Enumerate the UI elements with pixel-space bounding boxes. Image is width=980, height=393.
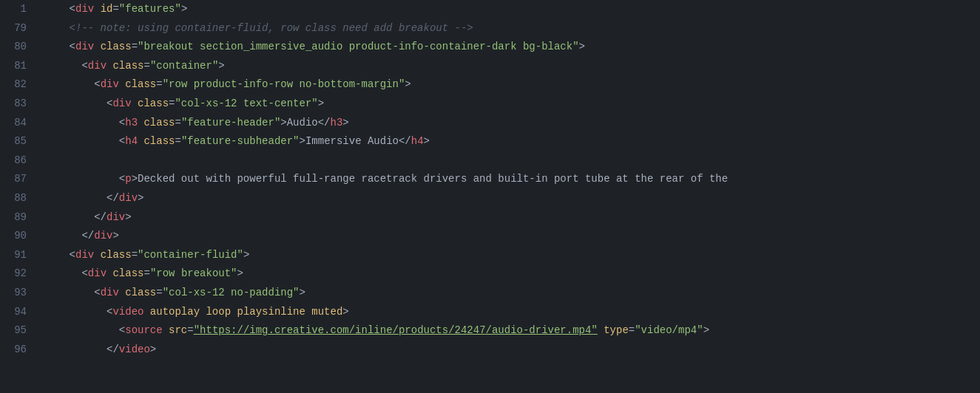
line-number: 80 — [6, 38, 27, 57]
attr-name-token: id — [101, 3, 113, 15]
attr-value-token: "row product-info-row no-bottom-margin" — [163, 78, 405, 90]
code-line: <p>Decked out with powerful full-range r… — [38, 170, 980, 189]
tag-bracket-token: < — [70, 41, 75, 52]
tag-bracket-token: > — [150, 344, 156, 355]
plain-token: = — [112, 3, 118, 15]
line-number: 90 — [6, 227, 27, 246]
code-line: </div> — [38, 208, 980, 228]
tag-token: div — [107, 211, 125, 223]
tag-bracket-token: > — [579, 41, 585, 52]
line-number: 92 — [6, 264, 27, 284]
plain-token: = — [156, 287, 162, 298]
attr-name-token: playsinline — [237, 306, 305, 318]
tag-bracket-token: </ — [81, 230, 94, 242]
tag-bracket-token: > — [405, 78, 410, 90]
plain-token — [119, 78, 125, 90]
plain-token — [119, 287, 125, 298]
tag-bracket-token: </ — [107, 344, 119, 355]
line-number: 82 — [6, 75, 27, 95]
code-line: <div class="breakout section_immersive_a… — [38, 38, 980, 57]
line-number: 89 — [6, 208, 27, 228]
tag-token: div — [101, 78, 119, 90]
text-content-token: Decked out with powerful full-range race… — [138, 173, 728, 185]
plain-token — [132, 98, 138, 109]
plain-token — [44, 344, 107, 355]
line-number: 84 — [6, 114, 27, 133]
plain-token — [44, 98, 107, 109]
attr-name-token: class — [143, 117, 175, 129]
line-number: 83 — [6, 95, 27, 114]
tag-bracket-token: > — [218, 60, 224, 72]
tag-bracket-token: < — [94, 78, 100, 90]
plain-token — [44, 60, 81, 72]
attr-name-token: class — [125, 287, 156, 298]
line-number: 94 — [6, 303, 27, 322]
tag-bracket-token: < — [119, 135, 125, 147]
attr-value-token: "container-fluid" — [138, 249, 243, 261]
code-line: <h4 class="feature-subheader">Immersive … — [38, 132, 980, 151]
tag-token: div — [75, 41, 94, 52]
tag-bracket-token: > — [280, 117, 286, 129]
plain-token — [163, 324, 169, 336]
attr-value-token: "video/mp4" — [635, 324, 703, 336]
plain-token — [44, 211, 94, 223]
attr-value-token: "features" — [119, 3, 181, 15]
attr-name-token: class — [112, 267, 143, 279]
attr-value-token: "breakout section_immersive_audio produc… — [138, 41, 579, 52]
tag-token: h3 — [331, 117, 343, 129]
line-number: 85 — [6, 132, 27, 151]
tag-bracket-token: > — [243, 249, 249, 261]
line-number: 93 — [6, 284, 27, 303]
code-editor: 1798081828384858687888990919293949596 <d… — [0, 0, 980, 393]
plain-token — [44, 192, 107, 204]
code-line: <div class="row breakout"> — [38, 264, 980, 284]
code-line: <source src="https://img.creative.com/in… — [38, 321, 980, 341]
code-line: <!-- note: using container-fluid, row cl… — [38, 19, 980, 38]
plain-token: = — [629, 324, 635, 336]
plain-token — [44, 287, 94, 298]
tag-token: div — [119, 192, 138, 204]
tag-bracket-token: < — [119, 117, 125, 129]
tag-bracket-token: </ — [107, 192, 119, 204]
code-line: <div id="features"> — [38, 0, 980, 19]
plain-token — [44, 306, 107, 318]
line-number: 87 — [6, 170, 27, 189]
code-line: </div> — [38, 189, 980, 208]
tag-bracket-token: < — [119, 173, 125, 185]
tag-token: div — [112, 98, 131, 109]
attr-name-token: class — [125, 78, 156, 90]
code-content: <div id="features"> <!-- note: using con… — [38, 0, 980, 393]
tag-bracket-token: > — [300, 287, 305, 298]
code-line: <div class="container"> — [38, 57, 980, 76]
tag-bracket-token: > — [703, 324, 709, 336]
plain-token — [44, 22, 70, 34]
plain-token: = — [187, 324, 193, 336]
code-line: </div> — [38, 227, 980, 246]
code-line: <div class="row product-info-row no-bott… — [38, 75, 980, 95]
plain-token — [44, 267, 81, 279]
line-number: 88 — [6, 189, 27, 208]
line-number: 79 — [6, 19, 27, 38]
tag-bracket-token: </ — [318, 117, 331, 129]
attr-value-token: "feature-subheader" — [181, 135, 300, 147]
tag-token: source — [125, 324, 162, 336]
plain-token — [598, 324, 604, 336]
plain-token: = — [132, 249, 138, 261]
attr-name-token: class — [101, 249, 132, 261]
attr-name-token: class — [138, 98, 169, 109]
line-number: 86 — [6, 151, 27, 171]
code-line: <h3 class="feature-header">Audio</h3> — [38, 114, 980, 133]
attr-value-token: "col-xs-12 no-padding" — [163, 287, 300, 298]
plain-token: = — [132, 41, 138, 52]
tag-bracket-token: > — [132, 173, 138, 185]
plain-token — [44, 41, 70, 52]
plain-token: = — [143, 267, 149, 279]
line-number: 81 — [6, 57, 27, 76]
tag-bracket-token: </ — [94, 211, 107, 223]
line-number: 96 — [6, 341, 27, 360]
attr-value-token: "feature-header" — [181, 117, 280, 129]
plain-token — [44, 324, 119, 336]
plain-token — [94, 3, 100, 15]
tag-token: div — [101, 287, 119, 298]
tag-bracket-token: < — [81, 60, 87, 72]
